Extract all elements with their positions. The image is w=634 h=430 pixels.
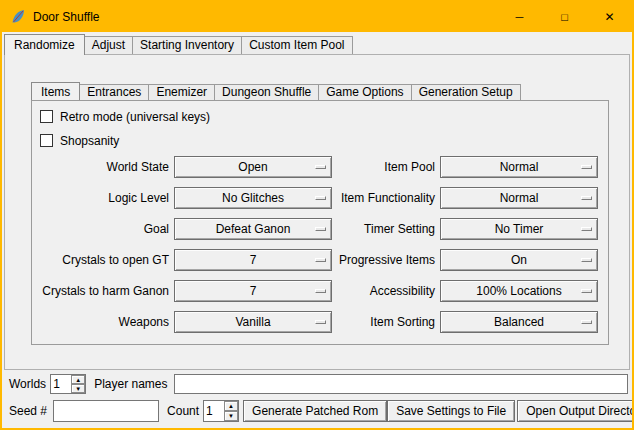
worlds-spinbox[interactable]: ▲ ▼ bbox=[50, 374, 86, 394]
menu-indicator-icon bbox=[581, 258, 592, 262]
multiworld-bar: Worlds ▲ ▼ Player names bbox=[2, 374, 632, 394]
goal-value: Defeat Ganon bbox=[216, 222, 291, 236]
window-body: Randomize Adjust Starting Inventory Cust… bbox=[2, 32, 632, 428]
menu-indicator-icon bbox=[581, 227, 592, 231]
inner-tab-bar: Items Entrances Enemizer Dungeon Shuffle… bbox=[31, 80, 520, 100]
items-pane: Retro mode (universal keys) Shopsanity W… bbox=[31, 100, 609, 345]
tab-randomize[interactable]: Randomize bbox=[4, 34, 85, 55]
count-spin-up-button[interactable]: ▲ bbox=[224, 401, 238, 411]
open-output-directory-button[interactable]: Open Output Directory bbox=[517, 400, 634, 422]
tab-adjust[interactable]: Adjust bbox=[84, 36, 133, 54]
tab-starting-inventory[interactable]: Starting Inventory bbox=[132, 36, 242, 54]
item-sorting-dropdown[interactable]: Balanced bbox=[440, 311, 598, 333]
logic-level-dropdown[interactable]: No Glitches bbox=[174, 187, 332, 209]
count-input[interactable] bbox=[204, 401, 224, 421]
logic-level-label: Logic Level bbox=[32, 187, 169, 209]
item-pool-dropdown[interactable]: Normal bbox=[440, 156, 598, 178]
item-functionality-label: Item Functionality bbox=[330, 187, 435, 209]
worlds-spin-down-button[interactable]: ▼ bbox=[71, 384, 85, 393]
settings-row: Logic Level No Glitches Item Functionali… bbox=[32, 187, 608, 209]
settings-row: Crystals to harm Ganon 7 Accessibility 1… bbox=[32, 280, 608, 302]
menu-indicator-icon bbox=[581, 289, 592, 293]
item-pool-value: Normal bbox=[500, 160, 539, 174]
settings-row: Weapons Vanilla Item Sorting Balanced bbox=[32, 311, 608, 333]
count-spinbox[interactable]: ▲ ▼ bbox=[203, 400, 239, 422]
settings-row: World State Open Item Pool Normal bbox=[32, 156, 608, 178]
retro-mode-checkbox[interactable] bbox=[40, 110, 53, 123]
progressive-items-value: On bbox=[511, 253, 527, 267]
world-state-dropdown[interactable]: Open bbox=[174, 156, 332, 178]
accessibility-label: Accessibility bbox=[330, 280, 435, 302]
menu-indicator-icon bbox=[581, 196, 592, 200]
close-button[interactable]: ✕ bbox=[587, 2, 632, 32]
goal-dropdown[interactable]: Defeat Ganon bbox=[174, 218, 332, 240]
crystals-ganon-label: Crystals to harm Ganon bbox=[32, 280, 169, 302]
item-sorting-value: Balanced bbox=[494, 315, 544, 329]
player-names-input[interactable] bbox=[174, 374, 629, 394]
weapons-value: Vanilla bbox=[235, 315, 270, 329]
crystals-ganon-dropdown[interactable]: 7 bbox=[174, 280, 332, 302]
seed-label: Seed # bbox=[9, 404, 47, 418]
settings-row: Goal Defeat Ganon Timer Setting No Timer bbox=[32, 218, 608, 240]
window-title: Door Shuffle bbox=[33, 10, 100, 24]
weapons-label: Weapons bbox=[32, 311, 169, 333]
seed-input[interactable] bbox=[53, 400, 159, 422]
shopsanity-label: Shopsanity bbox=[60, 134, 119, 148]
tab-entrances[interactable]: Entrances bbox=[79, 84, 149, 100]
menu-indicator-icon bbox=[315, 289, 326, 293]
item-pool-label: Item Pool bbox=[330, 156, 435, 178]
tab-items[interactable]: Items bbox=[31, 82, 80, 101]
app-icon bbox=[10, 9, 26, 25]
crystals-gt-label: Crystals to open GT bbox=[32, 249, 169, 271]
timer-setting-value: No Timer bbox=[495, 222, 544, 236]
tab-enemizer[interactable]: Enemizer bbox=[148, 84, 215, 100]
progressive-items-dropdown[interactable]: On bbox=[440, 249, 598, 271]
timer-setting-label: Timer Setting bbox=[330, 218, 435, 240]
item-sorting-label: Item Sorting bbox=[330, 311, 435, 333]
goal-label: Goal bbox=[32, 218, 169, 240]
app-window: Door Shuffle ─ □ ✕ Randomize Adjust Star… bbox=[0, 0, 634, 430]
generate-patched-rom-button[interactable]: Generate Patched Rom bbox=[243, 400, 387, 422]
progressive-items-label: Progressive Items bbox=[330, 249, 435, 271]
count-spin-down-button[interactable]: ▼ bbox=[224, 411, 238, 421]
world-state-label: World State bbox=[32, 156, 169, 178]
retro-mode-checkbox-row: Retro mode (universal keys) bbox=[40, 108, 210, 125]
maximize-button[interactable]: □ bbox=[542, 2, 587, 32]
minimize-button[interactable]: ─ bbox=[497, 2, 542, 32]
menu-indicator-icon bbox=[315, 165, 326, 169]
crystals-gt-value: 7 bbox=[250, 253, 257, 267]
menu-indicator-icon bbox=[315, 196, 326, 200]
save-settings-button[interactable]: Save Settings to File bbox=[387, 400, 515, 422]
tab-custom-item-pool[interactable]: Custom Item Pool bbox=[241, 36, 352, 54]
world-state-value: Open bbox=[238, 160, 267, 174]
menu-indicator-icon bbox=[581, 320, 592, 324]
titlebar[interactable]: Door Shuffle ─ □ ✕ bbox=[2, 2, 632, 32]
menu-indicator-icon bbox=[581, 165, 592, 169]
weapons-dropdown[interactable]: Vanilla bbox=[174, 311, 332, 333]
outer-tab-bar: Randomize Adjust Starting Inventory Cust… bbox=[4, 32, 352, 54]
menu-indicator-icon bbox=[315, 320, 326, 324]
item-functionality-dropdown[interactable]: Normal bbox=[440, 187, 598, 209]
accessibility-dropdown[interactable]: 100% Locations bbox=[440, 280, 598, 302]
randomize-pane: Items Entrances Enemizer Dungeon Shuffle… bbox=[4, 54, 630, 370]
tab-dungeon-shuffle[interactable]: Dungeon Shuffle bbox=[214, 84, 319, 100]
tab-game-options[interactable]: Game Options bbox=[318, 84, 411, 100]
retro-mode-label: Retro mode (universal keys) bbox=[60, 110, 210, 124]
player-names-label: Player names bbox=[94, 377, 167, 391]
generate-bar: Seed # Count ▲ ▼ Generate Patched Rom Sa… bbox=[2, 400, 632, 422]
shopsanity-checkbox[interactable] bbox=[40, 134, 53, 147]
settings-row: Crystals to open GT 7 Progressive Items … bbox=[32, 249, 608, 271]
window-controls: ─ □ ✕ bbox=[497, 2, 632, 32]
worlds-spin-up-button[interactable]: ▲ bbox=[71, 375, 85, 384]
worlds-label: Worlds bbox=[9, 377, 46, 391]
worlds-input[interactable] bbox=[51, 375, 71, 393]
item-functionality-value: Normal bbox=[500, 191, 539, 205]
menu-indicator-icon bbox=[315, 227, 326, 231]
shopsanity-checkbox-row: Shopsanity bbox=[40, 132, 119, 149]
accessibility-value: 100% Locations bbox=[476, 284, 561, 298]
tab-generation-setup[interactable]: Generation Setup bbox=[411, 84, 521, 100]
timer-setting-dropdown[interactable]: No Timer bbox=[440, 218, 598, 240]
crystals-gt-dropdown[interactable]: 7 bbox=[174, 249, 332, 271]
menu-indicator-icon bbox=[315, 258, 326, 262]
count-label: Count bbox=[167, 404, 199, 418]
